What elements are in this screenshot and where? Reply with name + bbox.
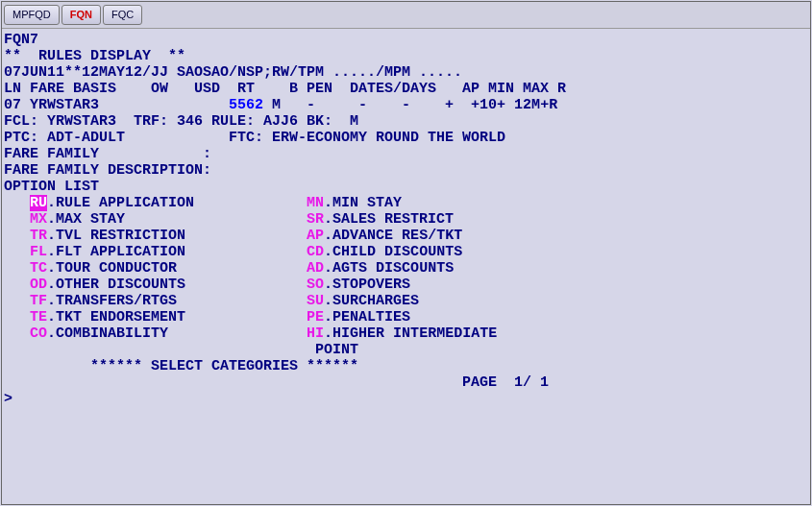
fare-family: FARE FAMILY :	[4, 146, 211, 162]
opt-mx-code[interactable]: MX	[30, 211, 47, 228]
fare-family-desc: FARE FAMILY DESCRIPTION:	[4, 162, 211, 179]
tab-fqc[interactable]: FQC	[103, 5, 142, 25]
opt-ad-desc: .AGTS DISCOUNTS	[324, 260, 454, 277]
opt-co-code[interactable]: CO	[30, 325, 47, 342]
prompt[interactable]: >	[4, 391, 12, 407]
opt-ru-desc: .RULE APPLICATION	[47, 195, 194, 211]
opt-co-desc: .COMBINABILITY	[47, 325, 168, 342]
opt-mx-desc: .MAX STAY	[47, 211, 125, 228]
command-echo: FQN7	[4, 32, 38, 48]
column-header: LN FARE BASIS OW USD RT B PEN DATES/DAYS…	[4, 81, 566, 97]
terminal-output[interactable]: FQN7 ** RULES DISPLAY ** 07JUN11**12MAY1…	[2, 29, 810, 410]
opt-so-code[interactable]: SO	[307, 277, 324, 293]
page-indicator: PAGE 1/ 1	[462, 374, 549, 391]
opt-ap-desc: .ADVANCE RES/TKT	[324, 228, 462, 244]
opt-te-desc: .TKT ENDORSEMENT	[47, 309, 185, 325]
opt-fl-code[interactable]: FL	[30, 244, 47, 260]
opt-te-code[interactable]: TE	[30, 309, 47, 325]
fare-rest: M - - - + +10+ 12M+R	[263, 97, 557, 113]
select-categories: ****** SELECT CATEGORIES ******	[90, 358, 358, 374]
opt-tc-code[interactable]: TC	[30, 260, 47, 277]
tab-mpfqd[interactable]: MPFQD	[4, 5, 60, 25]
opt-tc-desc: .TOUR CONDUCTOR	[47, 260, 177, 277]
opt-mn-desc: .MIN STAY	[324, 195, 402, 211]
fcl-line: FCL: YRWSTAR3 TRF: 346 RULE: AJJ6 BK: M	[4, 113, 358, 130]
opt-tr-desc: .TVL RESTRICTION	[47, 228, 185, 244]
opt-sr-code[interactable]: SR	[307, 211, 324, 228]
opt-sr-desc: .SALES RESTRICT	[324, 211, 454, 228]
opt-cd-desc: .CHILD DISCOUNTS	[324, 244, 462, 260]
rules-title: ** RULES DISPLAY **	[4, 48, 185, 64]
opt-tf-desc: .TRANSFERS/RTGS	[47, 293, 177, 309]
opt-tf-code[interactable]: TF	[30, 293, 47, 309]
tab-bar: MPFQD FQN FQC	[2, 2, 810, 29]
option-list-header: OPTION LIST	[4, 179, 99, 195]
fare-line-num: 07 YRWSTAR3	[4, 97, 99, 113]
opt-fl-desc: .FLT APPLICATION	[47, 244, 185, 260]
opt-hi-desc2: POINT	[315, 342, 358, 358]
tab-fqn[interactable]: FQN	[62, 5, 101, 25]
opt-su-desc: .SURCHARGES	[324, 293, 419, 309]
opt-ap-code[interactable]: AP	[307, 228, 324, 244]
opt-pe-code[interactable]: PE	[307, 309, 324, 325]
opt-od-desc: .OTHER DISCOUNTS	[47, 277, 185, 293]
routing-line: 07JUN11**12MAY12/JJ SAOSAO/NSP;RW/TPM ..…	[4, 64, 462, 81]
opt-od-code[interactable]: OD	[30, 277, 47, 293]
opt-hi-code[interactable]: HI	[307, 325, 324, 342]
opt-su-code[interactable]: SU	[307, 293, 324, 309]
opt-ru-code[interactable]: RU	[30, 195, 47, 211]
opt-cd-code[interactable]: CD	[307, 244, 324, 260]
opt-so-desc: .STOPOVERS	[324, 277, 410, 293]
fare-amount: 5562	[229, 97, 263, 113]
opt-mn-code[interactable]: MN	[307, 195, 324, 211]
ptc-line: PTC: ADT-ADULT FTC: ERW-ECONOMY ROUND TH…	[4, 130, 505, 146]
opt-tr-code[interactable]: TR	[30, 228, 47, 244]
opt-ad-code[interactable]: AD	[307, 260, 324, 277]
opt-hi-desc: .HIGHER INTERMEDIATE	[324, 325, 497, 342]
opt-pe-desc: .PENALTIES	[324, 309, 410, 325]
